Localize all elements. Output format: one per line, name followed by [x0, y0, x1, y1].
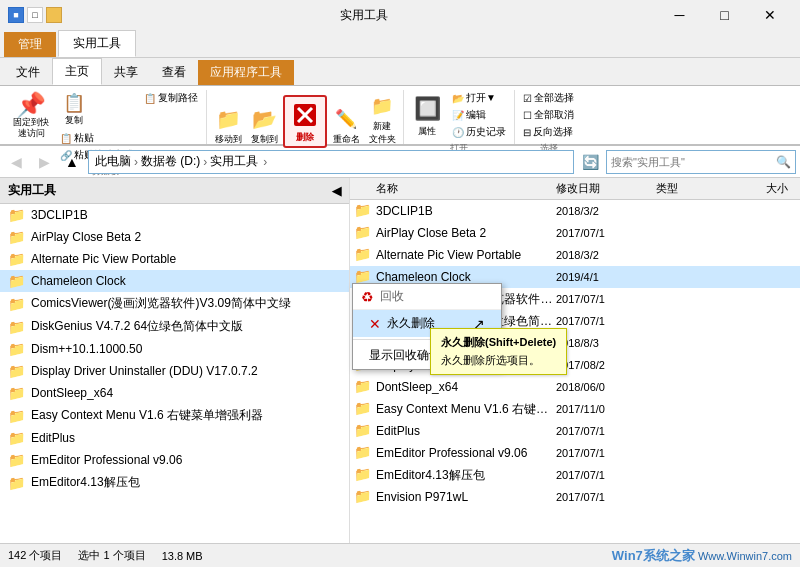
right-item-dontsleep[interactable]: 📁 DontSleep_x64 2018/06/0	[350, 376, 800, 398]
ribbon-tabs: 管理 实用工具	[0, 30, 800, 58]
app-icon-yellow	[46, 7, 62, 23]
tab-manage[interactable]: 管理	[4, 32, 56, 57]
file-date: 2017/07/1	[556, 425, 656, 437]
paste-button[interactable]: 📋 粘贴	[56, 130, 138, 146]
ribbon-group-clipboard: 📌 固定到快速访问 📋 复制 📋 粘贴 🔗 粘贴快捷方式	[4, 90, 207, 144]
file-date: 2017/08/2	[556, 359, 656, 371]
title-bar: ■ □ 实用工具 ─ □ ✕	[0, 0, 800, 30]
file-icon: 📁	[354, 422, 372, 440]
copyto-button[interactable]: 📂 复制到	[247, 103, 281, 148]
file-name: 3DCLIP1B	[376, 204, 556, 218]
tab-home[interactable]: 主页	[52, 58, 102, 85]
properties-label: 属性	[418, 125, 436, 138]
col-date: 修改日期	[556, 181, 656, 196]
rename-button[interactable]: ✏️ 重命名	[329, 103, 363, 148]
forward-button[interactable]: ▶	[32, 150, 56, 174]
item-label: EditPlus	[31, 431, 75, 445]
newfolder-label: 新建文件夹	[369, 120, 396, 146]
edit-icon: 📝	[452, 110, 464, 121]
tab-file[interactable]: 文件	[4, 60, 52, 85]
copypath-button[interactable]: 📋 复制路径	[140, 90, 202, 106]
up-button[interactable]: ▲	[60, 150, 84, 174]
file-name: AirPlay Close Beta 2	[376, 226, 556, 240]
left-item-dontsleep[interactable]: 📁 DontSleep_x64	[0, 382, 349, 404]
newfolder-button[interactable]: 📁 新建文件夹	[365, 90, 399, 148]
address-bar: ◀ ▶ ▲ 此电脑 › 数据卷 (D:) › 实用工具 › 🔄 🔍	[0, 146, 800, 178]
properties-button[interactable]: 🔲 属性	[408, 91, 446, 140]
minimize-button[interactable]: ─	[657, 0, 702, 30]
tab-apptools[interactable]: 应用程序工具	[198, 60, 294, 85]
folder-icon: 📁	[8, 273, 25, 289]
pin-label: 固定到快速访问	[13, 117, 49, 139]
right-item-editplus[interactable]: 📁 EditPlus 2017/07/1	[350, 420, 800, 442]
open-button[interactable]: 📂 打开▼	[448, 90, 510, 106]
right-item-airplay[interactable]: 📁 AirPlay Close Beta 2 2017/07/1	[350, 222, 800, 244]
close-button[interactable]: ✕	[747, 0, 792, 30]
left-item-diskgenius[interactable]: 📁 DiskGenius V4.7.2 64位绿色简体中文版	[0, 315, 349, 338]
ribbon-group-open: 🔲 属性 📂 打开▼ 📝 编辑 🕐 历史记录 打开	[404, 90, 515, 144]
left-item-airplay[interactable]: 📁 AirPlay Close Beta 2	[0, 226, 349, 248]
maximize-button[interactable]: □	[702, 0, 747, 30]
folder-icon: 📁	[8, 408, 25, 424]
copyto-label: 复制到	[251, 133, 278, 146]
left-item-emeditor413[interactable]: 📁 EmEditor4.13解压包	[0, 471, 349, 494]
recycle-label: 回收	[380, 288, 404, 305]
search-box[interactable]: 🔍	[606, 150, 796, 174]
breadcrumb-arrow: ›	[263, 155, 267, 169]
right-item-altpic[interactable]: 📁 Alternate Pic View Portable 2018/3/2	[350, 244, 800, 266]
moveto-button[interactable]: 📁 移动到	[211, 103, 245, 148]
right-item-envision[interactable]: 📁 Envision P971wL 2017/07/1	[350, 486, 800, 508]
history-button[interactable]: 🕐 历史记录	[448, 124, 510, 140]
item-label: Dism++10.1.1000.50	[31, 342, 142, 356]
left-item-3dclip[interactable]: 📁 3DCLIP1B	[0, 204, 349, 226]
copy-button[interactable]: 📋 复制	[56, 90, 92, 129]
selectnone-button[interactable]: ☐ 全部取消	[519, 107, 578, 123]
collapse-icon[interactable]: ◀	[332, 184, 341, 198]
left-panel: 实用工具 ◀ 📁 3DCLIP1B 📁 AirPlay Close Beta 2…	[0, 178, 350, 543]
selectall-icon: ☑	[523, 93, 532, 104]
refresh-button[interactable]: 🔄	[578, 150, 602, 174]
col-type: 类型	[656, 181, 736, 196]
breadcrumb-current: 实用工具	[210, 153, 258, 170]
right-item-emeditor[interactable]: 📁 EmEditor Professional v9.06 2017/07/1	[350, 442, 800, 464]
left-item-ddu[interactable]: 📁 Display Driver Uninstaller (DDU) V17.0…	[0, 360, 349, 382]
right-item-3dclip[interactable]: 📁 3DCLIP1B 2018/3/2	[350, 200, 800, 222]
tab-utilities[interactable]: 实用工具	[58, 30, 136, 57]
file-name: Easy Context Menu V1.6 右键菜单增强利器	[376, 401, 556, 418]
copy-label: 复制	[65, 114, 83, 127]
window-controls: ─ □ ✕	[657, 0, 792, 30]
open-icon: 📂	[452, 93, 464, 104]
status-count: 142 个项目	[8, 548, 62, 563]
back-button[interactable]: ◀	[4, 150, 28, 174]
left-item-emeditor[interactable]: 📁 EmEditor Professional v9.06	[0, 449, 349, 471]
pin-icon: 📌	[16, 93, 46, 117]
file-date: 2018/8/3	[556, 337, 656, 349]
left-item-altpic[interactable]: 📁 Alternate Pic View Portable	[0, 248, 349, 270]
right-item-easyctx[interactable]: 📁 Easy Context Menu V1.6 右键菜单增强利器 2017/1…	[350, 398, 800, 420]
edit-button[interactable]: 📝 编辑	[448, 107, 510, 123]
tooltip-title: 永久删除(Shift+Delete)	[441, 335, 556, 350]
item-label: 3DCLIP1B	[31, 208, 88, 222]
left-item-comics[interactable]: 📁 ComicsViewer(漫画浏览器软件)V3.09简体中文绿	[0, 292, 349, 315]
folder-icon: 📁	[8, 207, 25, 223]
invertselect-button[interactable]: ⊟ 反向选择	[519, 124, 578, 140]
pin-button[interactable]: 📌 固定到快速访问	[8, 90, 54, 142]
file-icon: 📁	[354, 246, 372, 264]
delete-button[interactable]: 删除	[283, 95, 327, 148]
folder-icon: 📁	[8, 229, 25, 245]
tab-share[interactable]: 共享	[102, 60, 150, 85]
folder-icon: 📁	[8, 341, 25, 357]
left-item-easyctx[interactable]: 📁 Easy Context Menu V1.6 右键菜单增强利器	[0, 404, 349, 427]
right-item-emeditor413[interactable]: 📁 EmEditor4.13解压包 2017/07/1	[350, 464, 800, 486]
left-item-dism[interactable]: 📁 Dism++10.1.1000.50	[0, 338, 349, 360]
left-item-editplus[interactable]: 📁 EditPlus	[0, 427, 349, 449]
selectall-button[interactable]: ☑ 全部选择	[519, 90, 578, 106]
newfolder-icon: 📁	[368, 92, 396, 120]
folder-icon: 📁	[8, 363, 25, 379]
col-name: 名称	[354, 181, 556, 196]
tab-view[interactable]: 查看	[150, 60, 198, 85]
breadcrumb[interactable]: 此电脑 › 数据卷 (D:) › 实用工具 ›	[88, 150, 574, 174]
search-input[interactable]	[611, 156, 776, 168]
left-item-chameleon[interactable]: 📁 Chameleon Clock	[0, 270, 349, 292]
file-name: Alternate Pic View Portable	[376, 248, 556, 262]
